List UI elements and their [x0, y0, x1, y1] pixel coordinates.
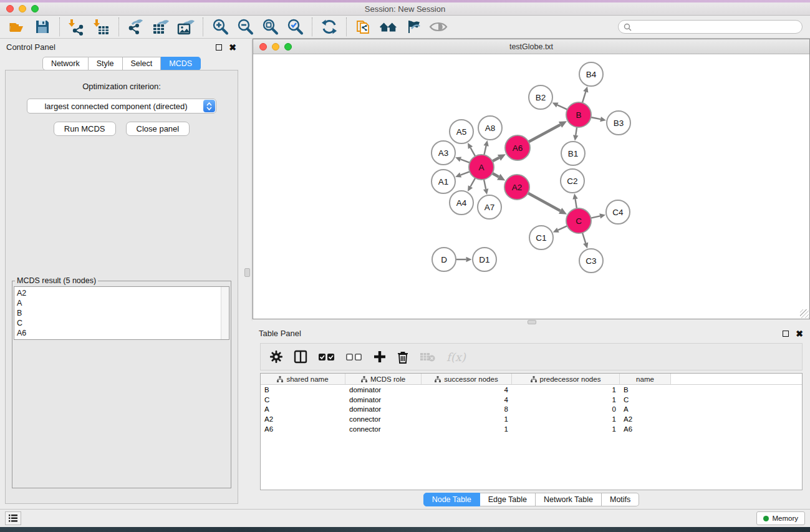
graph-edge-A-A5[interactable]: [470, 148, 475, 157]
graph-edge-C-C2[interactable]: [576, 199, 577, 208]
table-row[interactable]: Cdominator41C: [261, 395, 802, 405]
graph-edge-A-A8[interactable]: [484, 146, 486, 155]
graph-edge-A-A3[interactable]: [461, 159, 470, 163]
table-cell[interactable]: A6: [261, 425, 345, 433]
table-cell[interactable]: B: [620, 386, 671, 394]
column-header-name[interactable]: name: [620, 374, 671, 384]
table-cell[interactable]: connector: [345, 415, 422, 423]
column-header-predecessor-nodes[interactable]: predecessor nodes: [512, 374, 620, 384]
table-cell[interactable]: 1: [422, 425, 512, 433]
table-cell[interactable]: C: [620, 396, 671, 404]
search-field[interactable]: [618, 20, 803, 34]
tab-style[interactable]: Style: [89, 57, 123, 70]
run-mcds-button[interactable]: Run MCDS: [54, 122, 116, 136]
table-cell[interactable]: dominator: [345, 396, 422, 404]
close-panel-icon[interactable]: ✖: [795, 329, 804, 338]
graph-edge-A-A7[interactable]: [484, 180, 486, 189]
table-row[interactable]: A6connector11A6: [261, 424, 802, 434]
graph-edge-C-C3[interactable]: [582, 233, 586, 243]
graph-edge-C-C4[interactable]: [591, 216, 600, 218]
table-cell[interactable]: 4: [422, 386, 512, 394]
open-session-icon[interactable]: [8, 17, 27, 36]
graph-edge-A6-B[interactable]: [529, 125, 561, 142]
import-table-icon[interactable]: [92, 17, 111, 36]
window-resize-grip[interactable]: [800, 309, 809, 318]
graph-edge-A-A4[interactable]: [470, 178, 475, 186]
table-cell[interactable]: connector: [345, 425, 422, 433]
graph-edge-B-B1[interactable]: [576, 127, 577, 135]
column-header-shared-name[interactable]: shared name: [261, 374, 345, 384]
column-header-MCDS-role[interactable]: MCDS role: [345, 374, 422, 384]
apply-layout-icon[interactable]: [320, 17, 339, 36]
tab-select[interactable]: Select: [123, 57, 162, 70]
export-table-icon[interactable]: [152, 17, 170, 36]
memory-button[interactable]: Memory: [756, 511, 805, 525]
table-cell[interactable]: 1: [512, 396, 620, 404]
graph-edge-B-B3[interactable]: [591, 117, 600, 119]
close-panel-button[interactable]: Close panel: [126, 122, 190, 136]
table-row[interactable]: Adominator80A: [261, 405, 802, 415]
table-cell[interactable]: 1: [512, 386, 620, 394]
network-window-titlebar[interactable]: testGlobe.txt: [253, 39, 809, 54]
graph-edge-B-B4[interactable]: [582, 92, 586, 103]
export-network-icon[interactable]: [127, 17, 145, 36]
graph-edge-A-A2[interactable]: [492, 173, 498, 177]
float-panel-icon[interactable]: [781, 329, 790, 338]
column-panel-icon[interactable]: [294, 350, 307, 364]
table-cell[interactable]: dominator: [345, 386, 422, 394]
graph-edge-A2-C[interactable]: [528, 193, 561, 211]
table-cell[interactable]: A6: [620, 425, 671, 433]
table-cell[interactable]: A: [620, 405, 671, 413]
table-cell[interactable]: 8: [422, 405, 512, 413]
tab-network-table[interactable]: Network Table: [536, 493, 602, 506]
tab-edge-table[interactable]: Edge Table: [480, 493, 536, 506]
flag-toggle-icon[interactable]: [404, 17, 423, 36]
graph-edge-A-A1[interactable]: [461, 172, 470, 175]
table-cell[interactable]: A2: [620, 415, 671, 423]
table-cell[interactable]: dominator: [345, 405, 422, 413]
zoom-selected-icon[interactable]: [286, 17, 304, 36]
add-column-icon[interactable]: [374, 351, 386, 363]
optimization-criterion-dropdown[interactable]: largest connected component (directed): [27, 99, 216, 114]
table-cell[interactable]: B: [261, 386, 345, 394]
import-network-icon[interactable]: [67, 17, 86, 36]
zoom-out-icon[interactable]: [236, 17, 254, 36]
network-canvas[interactable]: B4B2BB3A8A5A6B1A3AA1C2A2A4A7C4CC1C3DD1: [253, 54, 809, 319]
table-cell[interactable]: C: [261, 396, 345, 404]
tab-motifs[interactable]: Motifs: [602, 493, 639, 506]
graph-edge-B-B2[interactable]: [557, 105, 567, 109]
divider-grip[interactable]: [244, 268, 250, 277]
deselect-all-icon[interactable]: [346, 353, 362, 361]
tab-mcds[interactable]: MCDS: [161, 57, 201, 70]
table-row[interactable]: A2connector11A2: [261, 414, 802, 424]
divider-grip[interactable]: [528, 320, 536, 324]
table-cell[interactable]: 1: [422, 415, 512, 423]
select-all-icon[interactable]: [319, 353, 335, 361]
tab-node-table[interactable]: Node Table: [423, 493, 480, 506]
graph-edge-C-C1[interactable]: [558, 226, 567, 230]
horizontal-split-divider[interactable]: [253, 319, 810, 325]
vertical-split-divider[interactable]: [243, 39, 253, 509]
table-row[interactable]: Bdominator41B: [261, 385, 802, 395]
table-cell[interactable]: A: [261, 405, 345, 413]
settings-gear-icon[interactable]: [270, 351, 282, 363]
zoom-fit-icon[interactable]: [261, 17, 279, 36]
tab-network[interactable]: Network: [42, 57, 89, 70]
home-pair-icon[interactable]: [379, 17, 398, 36]
table-cell[interactable]: 4: [422, 396, 512, 404]
task-history-button[interactable]: [5, 511, 21, 525]
zoom-in-icon[interactable]: [211, 17, 229, 36]
column-header-successor-nodes[interactable]: successor nodes: [422, 374, 512, 384]
result-scrollbar[interactable]: [221, 287, 229, 339]
search-input[interactable]: [635, 22, 797, 31]
export-image-icon[interactable]: [176, 17, 195, 36]
copy-network-document-icon[interactable]: [354, 17, 373, 36]
table-cell[interactable]: 1: [512, 415, 620, 423]
graph-edge-A-A6[interactable]: [493, 158, 499, 162]
close-panel-icon[interactable]: ✖: [228, 43, 237, 52]
table-cell[interactable]: A2: [261, 415, 345, 423]
save-session-icon[interactable]: [33, 17, 52, 36]
table-cell[interactable]: 0: [512, 405, 620, 413]
delete-column-icon[interactable]: [397, 351, 408, 364]
float-panel-icon[interactable]: [215, 43, 223, 52]
